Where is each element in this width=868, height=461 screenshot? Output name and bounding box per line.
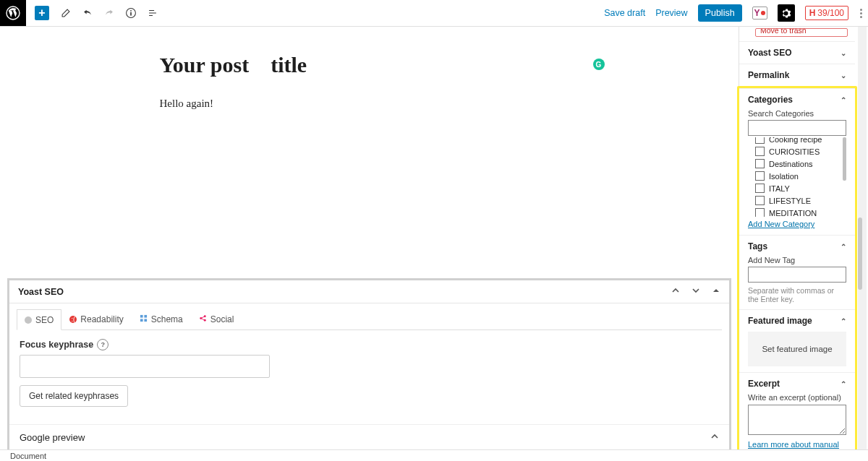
preview-button[interactable]: Preview [655, 8, 687, 18]
excerpt-header[interactable]: Excerpt⌃ [748, 379, 846, 389]
excerpt-label: Write an excerpt (optional) [748, 393, 846, 402]
svg-rect-5 [144, 315, 147, 318]
breadcrumb-document[interactable]: Document [10, 452, 46, 460]
excerpt-section: Excerpt⌃ Write an excerpt (optional) Lea… [739, 372, 855, 461]
checkbox[interactable] [755, 171, 765, 181]
add-tag-label: Add New Tag [748, 256, 846, 264]
google-preview-label: Google preview [20, 432, 85, 443]
featured-image-section: Featured image⌃ Set featured image [739, 309, 855, 372]
svg-point-10 [204, 319, 206, 322]
checkbox[interactable] [755, 196, 765, 205]
google-preview-collapse[interactable] [710, 432, 719, 443]
excerpt-textarea[interactable] [748, 405, 846, 435]
chevron-up-icon: ⌃ [841, 243, 846, 251]
svg-point-9 [204, 315, 206, 317]
save-draft-button[interactable]: Save draft [604, 8, 645, 18]
toolbar-right: Save draft Preview Publish Y H39/100 [604, 4, 868, 22]
post-body-block[interactable]: Hello again! [160, 98, 579, 110]
move-to-trash-button[interactable]: Move to trash [755, 28, 848, 37]
category-item[interactable]: ITALY [748, 182, 846, 194]
settings-sidebar: Move to trash Yoast SEO⌄ Permalink⌄ Cate… [739, 27, 868, 450]
yoast-seo-toggle[interactable]: Y [752, 7, 767, 20]
yoast-seo-section[interactable]: Yoast SEO⌄ [739, 41, 855, 64]
sidebar-scrollbar-thumb[interactable] [858, 217, 862, 290]
tab-schema[interactable]: Schema [132, 309, 191, 329]
categories-list[interactable]: Cooking recipe CURIOSITIES Destinations … [748, 137, 846, 217]
yoast-collapse-up[interactable] [671, 286, 680, 297]
checkbox[interactable] [755, 184, 765, 193]
category-item[interactable]: MEDITATION [748, 207, 846, 217]
chevron-down-icon [692, 286, 700, 295]
more-options-button[interactable] [859, 9, 864, 18]
info-button[interactable] [124, 6, 138, 20]
yoast-status-dot [761, 11, 765, 15]
grammarly-icon[interactable]: G [593, 59, 605, 70]
wordpress-logo-button[interactable] [0, 0, 26, 26]
publish-button[interactable]: Publish [698, 4, 742, 22]
chevron-up-icon [710, 432, 719, 441]
add-tag-input[interactable] [748, 267, 846, 283]
toolbar-left: + [0, 0, 163, 26]
yoast-collapse-down[interactable] [692, 286, 700, 297]
categories-header[interactable]: Categories⌃ [748, 95, 846, 105]
editor-canvas[interactable]: Your post title G Hello again! Yoast SEO… [0, 27, 739, 450]
tags-header[interactable]: Tags⌃ [748, 241, 846, 251]
wordpress-icon [6, 6, 20, 20]
status-bar: Document [0, 449, 868, 461]
help-icon[interactable]: ? [97, 339, 109, 350]
add-new-category-link[interactable]: Add New Category [748, 220, 814, 228]
outline-button[interactable] [145, 6, 160, 20]
svg-point-8 [200, 317, 202, 319]
featured-image-header[interactable]: Featured image⌃ [748, 316, 846, 326]
yoast-panel-toggle[interactable] [712, 286, 720, 297]
yoast-panel-title: Yoast SEO [18, 287, 64, 297]
undo-button[interactable] [80, 6, 95, 20]
categories-scrollbar[interactable] [843, 137, 846, 181]
caret-up-icon [712, 286, 720, 295]
svg-point-3 [130, 10, 132, 12]
checkbox[interactable] [755, 208, 765, 217]
tags-section: Tags⌃ Add New Tag Separate with commas o… [739, 235, 855, 309]
chevron-down-icon: ⌄ [841, 49, 846, 57]
tab-readability[interactable]: :(Readability [61, 309, 131, 329]
redo-icon [103, 8, 115, 18]
tags-hint: Separate with commas or the Enter key. [748, 286, 846, 303]
headline-score-badge[interactable]: H39/100 [805, 6, 848, 20]
checkbox[interactable] [755, 137, 765, 144]
undo-icon [82, 8, 93, 18]
yoast-seo-tab-content: Focus keyphrase? Get related keyphrases [9, 330, 276, 415]
checkbox[interactable] [755, 147, 765, 156]
category-item[interactable]: LIFESTYLE [748, 194, 846, 207]
top-toolbar: + Save draft Preview Publish Y H39/100 [0, 0, 868, 27]
yoast-tabs: SEO :(Readability Schema Social [17, 309, 722, 330]
chevron-up-icon: ⌃ [841, 380, 846, 388]
add-block-button[interactable]: + [35, 6, 49, 20]
redo-button[interactable] [102, 6, 116, 20]
focus-keyphrase-input[interactable] [20, 355, 270, 378]
svg-rect-7 [144, 319, 147, 322]
sidebar-scrollbar-track[interactable] [858, 27, 867, 450]
set-featured-image-button[interactable]: Set featured image [748, 332, 846, 366]
post-title-input[interactable]: Your post title [160, 53, 307, 77]
checkbox[interactable] [755, 159, 765, 168]
category-item[interactable]: Cooking recipe [748, 137, 846, 145]
search-categories-input[interactable] [748, 120, 846, 136]
yoast-seo-metabox: Yoast SEO SEO :(Readability Schema Socia… [7, 278, 731, 450]
category-item[interactable]: Isolation [748, 170, 846, 182]
chevron-up-icon: ⌃ [841, 317, 846, 325]
edit-mode-button[interactable] [59, 6, 73, 20]
search-categories-label: Search Categories [748, 109, 846, 118]
share-icon [199, 314, 207, 324]
category-item[interactable]: Destinations [748, 158, 846, 170]
editor-body: Your post title G Hello again! Yoast SEO… [0, 27, 868, 450]
google-preview-section[interactable]: Google preview [9, 424, 729, 450]
get-related-keyphrases-button[interactable]: Get related keyphrases [20, 385, 128, 407]
category-item[interactable]: CURIOSITIES [748, 145, 846, 158]
permalink-section[interactable]: Permalink⌄ [739, 64, 855, 86]
gear-icon [780, 8, 791, 19]
tab-seo[interactable]: SEO [17, 309, 61, 330]
categories-section: Categories⌃ Search Categories Cooking re… [739, 88, 855, 235]
tab-social[interactable]: Social [191, 309, 242, 329]
settings-toggle[interactable] [778, 4, 795, 22]
info-icon [125, 7, 137, 19]
